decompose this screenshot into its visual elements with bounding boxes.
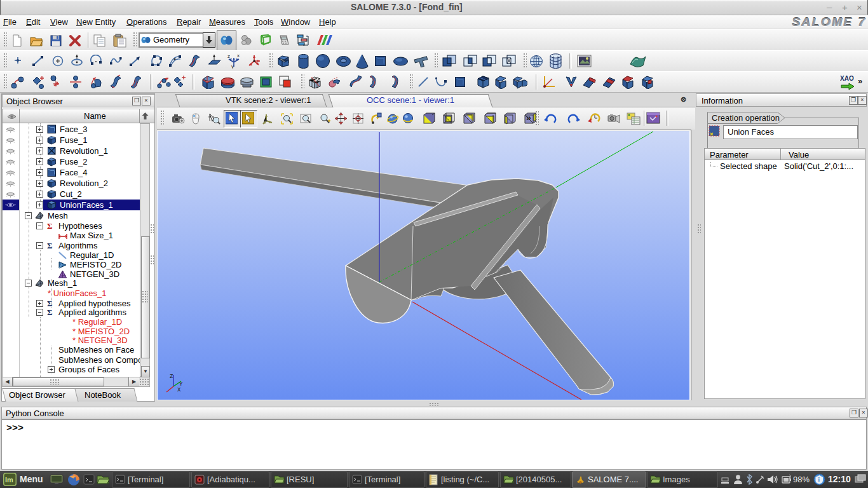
svg-text:XAO: XAO xyxy=(840,75,854,82)
svg-text:i: i xyxy=(818,477,820,483)
svg-text:Z: Z xyxy=(170,374,173,380)
svg-text:lm: lm xyxy=(5,476,13,484)
svg-text:X: X xyxy=(177,387,181,393)
svg-text:x: x xyxy=(237,53,240,58)
svg-text:y: y xyxy=(231,64,234,69)
svg-text:z: z xyxy=(227,53,230,59)
